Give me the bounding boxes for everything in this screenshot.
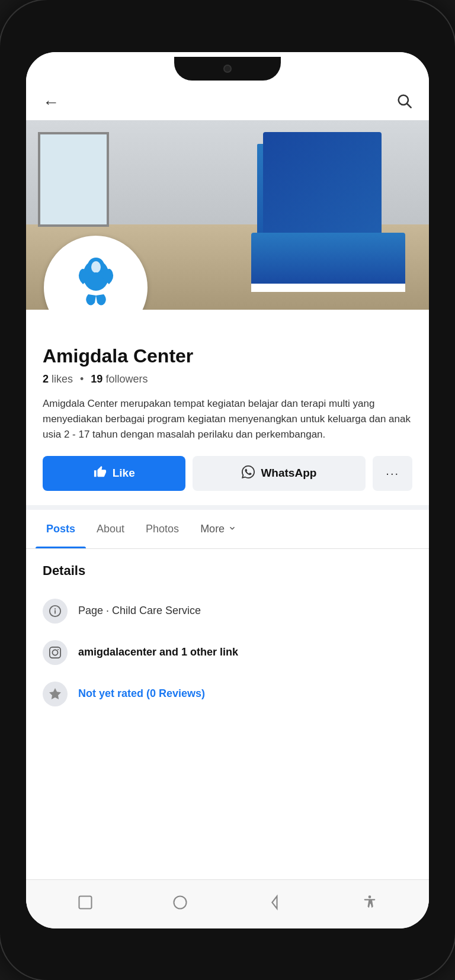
instagram-icon <box>43 640 68 665</box>
detail-instagram[interactable]: amigdalacenter and 1 other link <box>43 632 412 673</box>
thumbs-up-icon <box>94 465 107 481</box>
likes-label: likes <box>52 373 73 385</box>
svg-point-16 <box>174 896 187 908</box>
nav-accessibility-icon[interactable] <box>355 891 384 914</box>
tab-photos[interactable]: Photos <box>135 510 190 548</box>
svg-line-1 <box>407 104 411 107</box>
dot-separator: • <box>80 373 84 385</box>
whatsapp-icon <box>242 465 255 481</box>
rating-text: Not yet rated (0 Reviews) <box>78 687 205 700</box>
profile-info: Amigdala Center 2 likes • 19 followers A… <box>26 310 429 505</box>
detail-category[interactable]: Page · Child Care Service <box>43 590 412 632</box>
like-button[interactable]: Like <box>43 456 185 491</box>
page-name: Amigdala Center <box>43 345 412 367</box>
whatsapp-label: WhatsApp <box>261 467 316 480</box>
details-title: Details <box>43 563 412 579</box>
tabs-row: Posts About Photos More <box>26 510 429 549</box>
svg-point-4 <box>91 261 101 273</box>
svg-rect-11 <box>50 647 60 657</box>
svg-text:AMIGDALA: AMIGDALA <box>69 308 123 310</box>
reception-desk <box>251 233 405 286</box>
whatsapp-button[interactable]: WhatsApp <box>193 456 366 491</box>
action-buttons: Like WhatsApp ··· <box>43 456 412 491</box>
search-icon[interactable] <box>396 92 412 113</box>
tab-posts[interactable]: Posts <box>36 510 86 548</box>
star-icon <box>43 682 68 706</box>
more-button[interactable]: ··· <box>373 456 412 491</box>
info-icon <box>43 599 68 624</box>
logo: AMIGDALA - Child Development Center - <box>50 242 142 310</box>
camera <box>223 65 232 73</box>
phone-screen: ← <box>26 52 429 928</box>
svg-point-12 <box>52 650 57 655</box>
svg-point-13 <box>57 649 59 650</box>
chevron-down-icon <box>228 523 236 535</box>
bottom-nav <box>26 879 429 928</box>
nav-back-icon[interactable] <box>260 891 290 914</box>
stats-row: 2 likes • 19 followers <box>43 373 412 385</box>
more-tab-label: More <box>200 523 225 535</box>
tab-about[interactable]: About <box>86 510 135 548</box>
followers-stat: 19 followers <box>91 373 148 385</box>
like-label: Like <box>113 467 135 480</box>
window <box>38 132 109 227</box>
svg-point-5 <box>93 272 99 278</box>
top-bar: ← <box>26 88 429 120</box>
instagram-text: amigdalacenter and 1 other link <box>78 646 238 658</box>
section-divider <box>26 505 429 510</box>
nav-square-icon[interactable] <box>71 891 100 914</box>
more-dots-icon: ··· <box>386 467 399 480</box>
description: Amigdala Center merupakan tempat kegiata… <box>43 396 412 443</box>
cover-photo: AMIGDALA - Child Development Center - <box>26 120 429 310</box>
notch-bar <box>26 52 429 88</box>
svg-marker-14 <box>49 688 61 699</box>
phone-frame: ← <box>0 0 455 980</box>
svg-rect-15 <box>79 896 92 908</box>
likes-stat: 2 likes <box>43 373 73 385</box>
detail-rating[interactable]: Not yet rated (0 Reviews) <box>43 673 412 715</box>
back-button[interactable]: ← <box>43 93 59 112</box>
notch <box>174 57 281 81</box>
category-text: Page · Child Care Service <box>78 605 201 617</box>
details-section: Details Page · Child Care Service <box>26 549 429 879</box>
followers-label: followers <box>105 373 148 385</box>
nav-circle-icon[interactable] <box>165 891 195 914</box>
tab-more[interactable]: More <box>190 510 247 548</box>
svg-point-18 <box>369 895 371 898</box>
svg-marker-17 <box>272 896 277 908</box>
